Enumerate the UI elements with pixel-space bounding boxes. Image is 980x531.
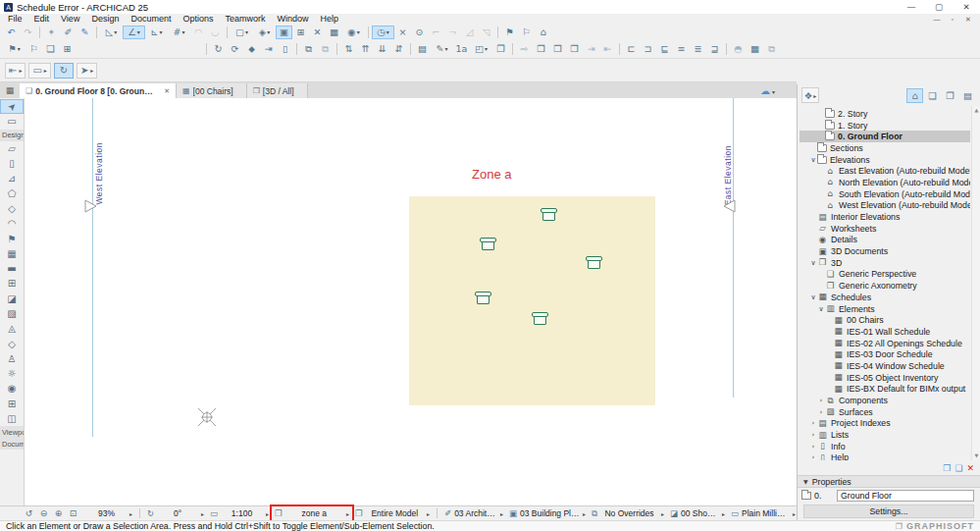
snap-grid-icon[interactable]: #	[168, 26, 190, 39]
fillet-icon[interactable]: ◹	[478, 26, 494, 39]
toolbar-icon[interactable]	[296, 43, 297, 55]
zone-tool[interactable]: ▨	[0, 306, 24, 321]
align-left-icon[interactable]: ⊏	[623, 42, 640, 56]
tree-item[interactable]: › Project Indexes	[799, 418, 970, 430]
curtain-wall-tool[interactable]: ▦	[0, 246, 24, 261]
lamp-tool[interactable]: ☼	[0, 366, 24, 381]
renovation-filter-selector[interactable]: ◪ 00 Show All Elem... ▸	[667, 506, 728, 521]
trace-reference-icon[interactable]: ▣	[276, 26, 292, 39]
tree-item[interactable]: 1. Story	[799, 120, 970, 132]
menu-item[interactable]: View	[55, 14, 85, 24]
shell-tool[interactable]: ◠	[0, 216, 24, 231]
menu-item[interactable]: Document	[125, 14, 177, 24]
quick-layer-selector[interactable]: ❐ zone a ▸	[272, 506, 352, 520]
adjust-icon[interactable]: ⌖	[43, 26, 60, 39]
zoom-tool-icon[interactable]: ⊙	[411, 26, 428, 39]
arc-down-icon[interactable]: ◡	[207, 26, 224, 39]
redo-icon[interactable]: ↷	[20, 26, 36, 39]
scroll-up-icon[interactable]: ▲	[972, 106, 980, 115]
doc-restore-button[interactable]: ▫	[945, 16, 960, 24]
doc-minimize-button[interactable]: —	[929, 16, 945, 24]
west-elevation-line[interactable]	[92, 98, 93, 437]
morph-tool[interactable]: ◇	[0, 336, 24, 350]
tree-item[interactable]: › Help	[799, 452, 970, 460]
tree-item[interactable]: IES-03 Door Schedule	[799, 348, 970, 360]
tree-item[interactable]: 0. Ground Floor	[799, 131, 970, 142]
menu-item[interactable]: Help	[315, 14, 345, 24]
layer-combination-selector[interactable]: ▣ 03 Building Plans ▸	[506, 506, 589, 521]
auto-rebuild-icon[interactable]: ◷	[372, 26, 394, 39]
tree-item[interactable]: Worksheets	[799, 223, 970, 235]
guide-lines-icon[interactable]: ◺	[100, 26, 123, 39]
toolbox-item[interactable]: Docume	[0, 438, 24, 450]
collapse-icon[interactable]: ▼	[803, 478, 808, 485]
zoom-level-selector[interactable]: 93% ▸	[80, 506, 135, 521]
tree-item[interactable]: › Lists	[799, 429, 970, 441]
scroll-down-icon[interactable]: ▼	[972, 451, 980, 460]
tree-item[interactable]: ∨ Elevations	[799, 154, 970, 166]
toolbar-icon[interactable]	[497, 27, 498, 38]
teamwork-cloud-icon[interactable]: ☁	[760, 85, 775, 96]
align-right-icon[interactable]: ⊑	[656, 42, 673, 56]
split-icon[interactable]: ⨯	[394, 26, 411, 39]
tree-scrollbar[interactable]: ▲ ▼	[971, 106, 980, 460]
tree-item[interactable]: 00 Chairs	[799, 314, 970, 326]
zoom-box-button[interactable]: ▭	[28, 63, 50, 79]
reserve-icon[interactable]: ⇵	[390, 42, 407, 56]
pen-sets-icon[interactable]: ✎	[431, 42, 453, 56]
export-icon[interactable]: ⇥	[260, 42, 277, 56]
hotlink-icon[interactable]: ⧉	[300, 42, 317, 56]
arc-up-icon[interactable]: ◠	[190, 26, 207, 39]
pan-icon[interactable]: ↺	[22, 508, 36, 518]
toolbox-item[interactable]: Viewpoi	[0, 426, 24, 438]
trim-icon[interactable]: ⌐	[428, 26, 444, 39]
menu-item[interactable]: Teamwork	[219, 14, 271, 24]
chat-icon[interactable]: ◓	[730, 42, 747, 56]
gravity-icon[interactable]: ∠	[123, 26, 145, 39]
tree-item[interactable]: IES-04 Window Schedule	[799, 360, 970, 372]
xref-icon[interactable]: ⧉	[317, 42, 334, 56]
tree-item[interactable]: ∨ Schedules	[799, 292, 970, 303]
toolbar-icon[interactable]	[512, 43, 513, 55]
tree-item[interactable]: ∨ Elements	[799, 303, 970, 315]
virtual-trace-icon[interactable]: ⊞	[292, 26, 309, 39]
quick-option[interactable]	[139, 508, 140, 518]
document-icon[interactable]: ▯	[277, 42, 293, 56]
tree-item[interactable]: IES-05 Object Inventory	[799, 372, 970, 384]
zone-a-label[interactable]: Zone a	[472, 167, 511, 182]
menu-item[interactable]: Design	[85, 14, 125, 24]
grid-display-icon[interactable]: ▦	[326, 26, 342, 39]
maximize-button[interactable]: ▢	[925, 0, 953, 14]
window-b-icon[interactable]: ❒	[549, 42, 566, 56]
send-changes-icon[interactable]: ⇈	[357, 42, 374, 56]
pin-palette-icon[interactable]: ❐	[943, 463, 951, 473]
beam-tool[interactable]: ⚑	[0, 231, 24, 245]
tree-item[interactable]: East Elevation (Auto-rebuild Model)	[799, 165, 970, 177]
tree-item[interactable]: › Surfaces	[799, 406, 970, 418]
tree-item[interactable]: Sections	[799, 142, 970, 154]
organizer-icon[interactable]: ▦	[747, 42, 763, 56]
close-palette-icon[interactable]: ✕	[966, 463, 974, 473]
orientation-selector[interactable]: ↻ 0° ▸	[144, 506, 207, 521]
toolbox-item[interactable]: Design	[0, 130, 24, 141]
close-button[interactable]: ✕	[953, 0, 980, 14]
visibility-icon[interactable]: ◉	[342, 26, 365, 39]
column-tool[interactable]: ⬠	[0, 186, 24, 200]
menu-item[interactable]: Window	[271, 14, 314, 24]
dimension-selector[interactable]: ▭ Plain Millimeter ▸	[728, 506, 799, 521]
wall-tool[interactable]: ▱	[0, 141, 24, 156]
layout-icon[interactable]: ❐	[492, 42, 509, 56]
toolbar-icon[interactable]	[726, 43, 727, 55]
railing-tool[interactable]: ⊞	[0, 397, 24, 411]
inject-parameters-icon[interactable]: ✎	[77, 26, 93, 39]
tree-item[interactable]: ∨ 3D	[799, 257, 970, 269]
refresh-icon[interactable]: ⟳	[227, 42, 243, 56]
distribute-v-icon[interactable]: ≣	[690, 42, 706, 56]
tree-item[interactable]: › Info	[799, 441, 970, 452]
layout-book-icon[interactable]: ❐	[942, 88, 958, 103]
selection-frame-icon[interactable]: ▢	[231, 26, 253, 39]
toolbar-icon[interactable]	[39, 27, 40, 38]
undo-icon[interactable]: ↶	[3, 26, 20, 39]
quick-option[interactable]	[437, 508, 438, 518]
properties-header[interactable]: ▼ Properties	[798, 475, 980, 488]
